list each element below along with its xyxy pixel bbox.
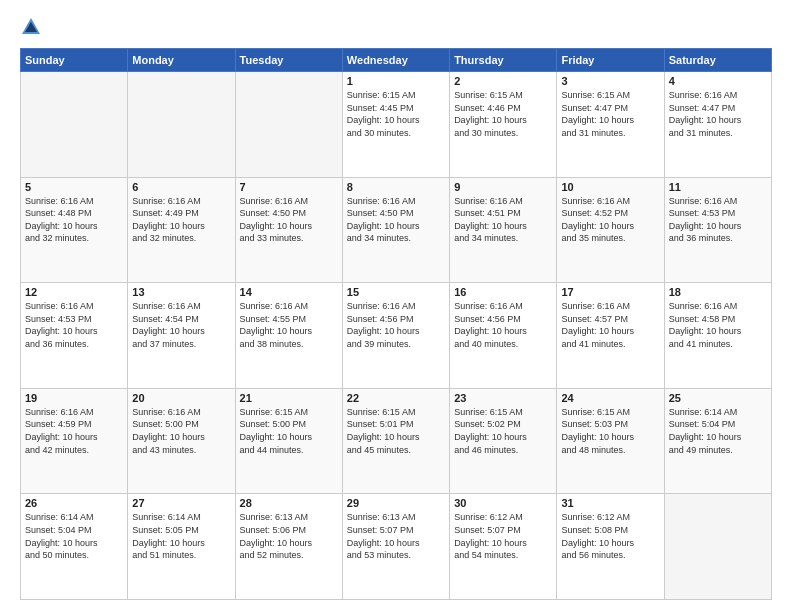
day-info: Sunrise: 6:16 AMSunset: 4:53 PMDaylight:… — [669, 195, 767, 245]
day-info: Sunrise: 6:13 AMSunset: 5:06 PMDaylight:… — [240, 511, 338, 561]
calendar-cell: 2Sunrise: 6:15 AMSunset: 4:46 PMDaylight… — [450, 72, 557, 178]
weekday-header-thursday: Thursday — [450, 49, 557, 72]
day-number: 7 — [240, 181, 338, 193]
weekday-header-tuesday: Tuesday — [235, 49, 342, 72]
calendar-cell: 4Sunrise: 6:16 AMSunset: 4:47 PMDaylight… — [664, 72, 771, 178]
day-info: Sunrise: 6:16 AMSunset: 4:53 PMDaylight:… — [25, 300, 123, 350]
calendar-cell: 29Sunrise: 6:13 AMSunset: 5:07 PMDayligh… — [342, 494, 449, 600]
calendar-week-row: 5Sunrise: 6:16 AMSunset: 4:48 PMDaylight… — [21, 177, 772, 283]
day-number: 30 — [454, 497, 552, 509]
day-info: Sunrise: 6:16 AMSunset: 4:59 PMDaylight:… — [25, 406, 123, 456]
calendar-week-row: 1Sunrise: 6:15 AMSunset: 4:45 PMDaylight… — [21, 72, 772, 178]
day-info: Sunrise: 6:15 AMSunset: 4:45 PMDaylight:… — [347, 89, 445, 139]
calendar-cell: 28Sunrise: 6:13 AMSunset: 5:06 PMDayligh… — [235, 494, 342, 600]
day-info: Sunrise: 6:16 AMSunset: 4:50 PMDaylight:… — [240, 195, 338, 245]
calendar-cell: 17Sunrise: 6:16 AMSunset: 4:57 PMDayligh… — [557, 283, 664, 389]
calendar-cell — [21, 72, 128, 178]
page: SundayMondayTuesdayWednesdayThursdayFrid… — [0, 0, 792, 612]
day-info: Sunrise: 6:12 AMSunset: 5:07 PMDaylight:… — [454, 511, 552, 561]
day-number: 17 — [561, 286, 659, 298]
day-number: 29 — [347, 497, 445, 509]
weekday-header-friday: Friday — [557, 49, 664, 72]
calendar-table: SundayMondayTuesdayWednesdayThursdayFrid… — [20, 48, 772, 600]
calendar-cell: 15Sunrise: 6:16 AMSunset: 4:56 PMDayligh… — [342, 283, 449, 389]
day-number: 10 — [561, 181, 659, 193]
day-info: Sunrise: 6:16 AMSunset: 4:56 PMDaylight:… — [347, 300, 445, 350]
calendar-cell: 7Sunrise: 6:16 AMSunset: 4:50 PMDaylight… — [235, 177, 342, 283]
day-info: Sunrise: 6:16 AMSunset: 4:47 PMDaylight:… — [669, 89, 767, 139]
day-info: Sunrise: 6:15 AMSunset: 5:03 PMDaylight:… — [561, 406, 659, 456]
calendar-cell: 30Sunrise: 6:12 AMSunset: 5:07 PMDayligh… — [450, 494, 557, 600]
day-number: 15 — [347, 286, 445, 298]
day-number: 22 — [347, 392, 445, 404]
day-number: 27 — [132, 497, 230, 509]
day-info: Sunrise: 6:16 AMSunset: 4:57 PMDaylight:… — [561, 300, 659, 350]
day-number: 25 — [669, 392, 767, 404]
calendar-cell: 18Sunrise: 6:16 AMSunset: 4:58 PMDayligh… — [664, 283, 771, 389]
day-info: Sunrise: 6:16 AMSunset: 4:54 PMDaylight:… — [132, 300, 230, 350]
day-info: Sunrise: 6:16 AMSunset: 4:56 PMDaylight:… — [454, 300, 552, 350]
calendar-cell: 12Sunrise: 6:16 AMSunset: 4:53 PMDayligh… — [21, 283, 128, 389]
day-number: 11 — [669, 181, 767, 193]
day-info: Sunrise: 6:14 AMSunset: 5:04 PMDaylight:… — [25, 511, 123, 561]
calendar-cell: 20Sunrise: 6:16 AMSunset: 5:00 PMDayligh… — [128, 388, 235, 494]
day-info: Sunrise: 6:14 AMSunset: 5:04 PMDaylight:… — [669, 406, 767, 456]
day-info: Sunrise: 6:15 AMSunset: 5:00 PMDaylight:… — [240, 406, 338, 456]
calendar-cell — [235, 72, 342, 178]
header — [20, 16, 772, 38]
calendar-cell: 1Sunrise: 6:15 AMSunset: 4:45 PMDaylight… — [342, 72, 449, 178]
calendar-week-row: 12Sunrise: 6:16 AMSunset: 4:53 PMDayligh… — [21, 283, 772, 389]
day-number: 21 — [240, 392, 338, 404]
calendar-cell: 21Sunrise: 6:15 AMSunset: 5:00 PMDayligh… — [235, 388, 342, 494]
day-info: Sunrise: 6:16 AMSunset: 4:52 PMDaylight:… — [561, 195, 659, 245]
day-number: 20 — [132, 392, 230, 404]
day-number: 1 — [347, 75, 445, 87]
day-number: 18 — [669, 286, 767, 298]
logo — [20, 16, 46, 38]
calendar-cell: 16Sunrise: 6:16 AMSunset: 4:56 PMDayligh… — [450, 283, 557, 389]
calendar-cell: 6Sunrise: 6:16 AMSunset: 4:49 PMDaylight… — [128, 177, 235, 283]
day-number: 9 — [454, 181, 552, 193]
calendar-cell: 31Sunrise: 6:12 AMSunset: 5:08 PMDayligh… — [557, 494, 664, 600]
calendar-cell: 27Sunrise: 6:14 AMSunset: 5:05 PMDayligh… — [128, 494, 235, 600]
day-number: 8 — [347, 181, 445, 193]
day-info: Sunrise: 6:16 AMSunset: 4:55 PMDaylight:… — [240, 300, 338, 350]
day-info: Sunrise: 6:15 AMSunset: 4:46 PMDaylight:… — [454, 89, 552, 139]
calendar-cell: 24Sunrise: 6:15 AMSunset: 5:03 PMDayligh… — [557, 388, 664, 494]
calendar-cell: 9Sunrise: 6:16 AMSunset: 4:51 PMDaylight… — [450, 177, 557, 283]
calendar-cell: 25Sunrise: 6:14 AMSunset: 5:04 PMDayligh… — [664, 388, 771, 494]
day-info: Sunrise: 6:15 AMSunset: 5:01 PMDaylight:… — [347, 406, 445, 456]
day-number: 31 — [561, 497, 659, 509]
day-number: 26 — [25, 497, 123, 509]
day-info: Sunrise: 6:16 AMSunset: 4:58 PMDaylight:… — [669, 300, 767, 350]
day-number: 6 — [132, 181, 230, 193]
calendar-cell: 23Sunrise: 6:15 AMSunset: 5:02 PMDayligh… — [450, 388, 557, 494]
day-info: Sunrise: 6:15 AMSunset: 5:02 PMDaylight:… — [454, 406, 552, 456]
day-info: Sunrise: 6:16 AMSunset: 4:50 PMDaylight:… — [347, 195, 445, 245]
day-number: 23 — [454, 392, 552, 404]
day-info: Sunrise: 6:14 AMSunset: 5:05 PMDaylight:… — [132, 511, 230, 561]
day-number: 4 — [669, 75, 767, 87]
calendar-cell: 22Sunrise: 6:15 AMSunset: 5:01 PMDayligh… — [342, 388, 449, 494]
calendar-cell: 13Sunrise: 6:16 AMSunset: 4:54 PMDayligh… — [128, 283, 235, 389]
day-info: Sunrise: 6:16 AMSunset: 4:48 PMDaylight:… — [25, 195, 123, 245]
day-number: 5 — [25, 181, 123, 193]
calendar-cell — [128, 72, 235, 178]
day-number: 2 — [454, 75, 552, 87]
weekday-header-saturday: Saturday — [664, 49, 771, 72]
day-number: 3 — [561, 75, 659, 87]
day-info: Sunrise: 6:16 AMSunset: 4:49 PMDaylight:… — [132, 195, 230, 245]
calendar-cell: 10Sunrise: 6:16 AMSunset: 4:52 PMDayligh… — [557, 177, 664, 283]
calendar-week-row: 19Sunrise: 6:16 AMSunset: 4:59 PMDayligh… — [21, 388, 772, 494]
day-info: Sunrise: 6:16 AMSunset: 4:51 PMDaylight:… — [454, 195, 552, 245]
calendar-cell: 5Sunrise: 6:16 AMSunset: 4:48 PMDaylight… — [21, 177, 128, 283]
calendar-week-row: 26Sunrise: 6:14 AMSunset: 5:04 PMDayligh… — [21, 494, 772, 600]
day-info: Sunrise: 6:12 AMSunset: 5:08 PMDaylight:… — [561, 511, 659, 561]
weekday-header-row: SundayMondayTuesdayWednesdayThursdayFrid… — [21, 49, 772, 72]
calendar-cell: 11Sunrise: 6:16 AMSunset: 4:53 PMDayligh… — [664, 177, 771, 283]
calendar-cell: 19Sunrise: 6:16 AMSunset: 4:59 PMDayligh… — [21, 388, 128, 494]
calendar-cell: 8Sunrise: 6:16 AMSunset: 4:50 PMDaylight… — [342, 177, 449, 283]
day-number: 24 — [561, 392, 659, 404]
day-number: 16 — [454, 286, 552, 298]
day-number: 13 — [132, 286, 230, 298]
